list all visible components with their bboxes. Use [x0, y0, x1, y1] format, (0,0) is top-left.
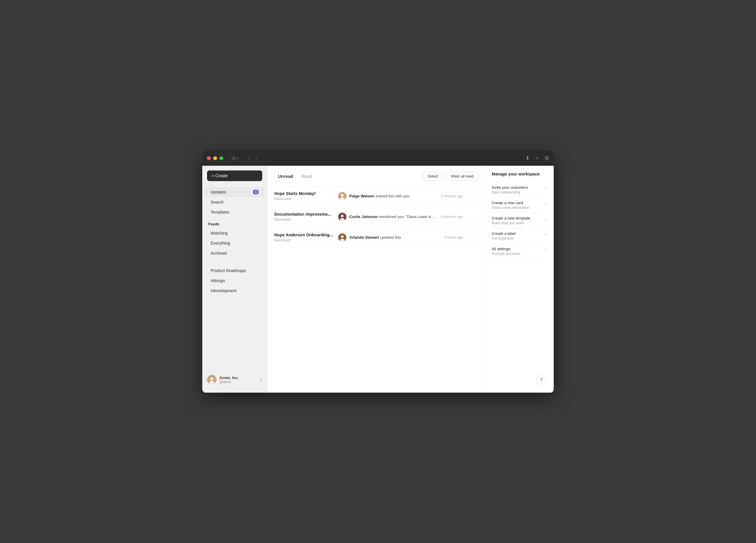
- notif-actor-3: Orlando Stewart: [349, 235, 379, 239]
- notif-text-2: Curtis Johnson mentioned you: "Dana Lewi…: [349, 214, 435, 219]
- tab-unread[interactable]: Unread: [274, 172, 297, 180]
- notif-action-2: mentioned you: "Dana Lewis is ...: [379, 214, 436, 219]
- sidebar-toggle-button[interactable]: ⊡ ▾: [230, 154, 240, 162]
- manage-item-create-card-label: Create a new card: [492, 200, 541, 205]
- manage-item-create-card-text: Create a new card Share some information: [492, 200, 541, 210]
- right-panel: Manage your workspace Invite your cowork…: [486, 166, 554, 393]
- notif-body-3: Orlando Stewart updated this: [338, 233, 440, 242]
- notif-title-1: Hope Starts Monday!: [274, 191, 333, 196]
- fullscreen-button[interactable]: [219, 156, 223, 160]
- manage-item-create-card[interactable]: Create a new card Share some information…: [492, 198, 548, 213]
- share-button[interactable]: ⬆: [525, 155, 530, 161]
- notif-avatar-3: [338, 233, 346, 242]
- tab-bar: Unread Read: [274, 172, 316, 180]
- help-button[interactable]: ?: [536, 375, 547, 386]
- notif-title-3: Hope Anderson Onboarding...: [274, 232, 333, 237]
- sidebar-item-archived[interactable]: Archived: [205, 248, 265, 258]
- manage-item-invite-text: Invite your coworkers Start collaboratin…: [492, 185, 541, 194]
- sidebar-item-product-roadmaps[interactable]: Product Roadmaps: [205, 266, 265, 276]
- everything-label: Everything: [211, 241, 230, 245]
- svg-point-10: [341, 235, 344, 238]
- sidebar-item-updates[interactable]: Updates 3: [205, 187, 265, 197]
- notif-more-2[interactable]: ···: [468, 213, 478, 221]
- notif-time-2: 9 minutes ago: [441, 215, 463, 219]
- manage-item-create-label[interactable]: Create a label Get organized →: [492, 228, 548, 244]
- notif-action-3: updated this: [380, 235, 401, 239]
- svg-point-4: [341, 194, 344, 196]
- notif-time-1: 3 minutes ago: [441, 194, 463, 198]
- notif-item-2[interactable]: Documentation Improveme... Document: [274, 206, 478, 227]
- manage-item-create-card-sub: Share some information: [492, 205, 541, 210]
- grid-view-button[interactable]: ⊞: [545, 155, 549, 161]
- arrow-icon-create-template: →: [544, 216, 548, 221]
- manage-item-all-settings-sub: Account and team: [492, 252, 541, 256]
- mark-all-read-button[interactable]: Mark all read: [446, 172, 478, 181]
- sidebar: + Create Updates 3 Search Templates Feed…: [202, 166, 267, 393]
- expand-icon: ∧: [259, 377, 262, 382]
- arrow-icon-create-card: →: [544, 200, 548, 206]
- design-label: #design: [211, 278, 225, 283]
- manage-item-create-template-label: Create a new template: [492, 216, 541, 220]
- manage-item-invite-sub: Start collaborating: [492, 190, 541, 194]
- sidebar-item-watching[interactable]: Watching: [205, 228, 265, 238]
- sidebar-icon: ⊡: [232, 155, 235, 161]
- archived-label: Archived: [211, 251, 227, 255]
- minimize-button[interactable]: [213, 156, 217, 160]
- sidebar-item-development[interactable]: #development: [205, 286, 265, 296]
- arrow-icon-invite: →: [544, 185, 548, 190]
- sidebar-item-templates[interactable]: Templates: [205, 207, 265, 217]
- notif-time-3: 6 hours ago: [444, 235, 463, 239]
- titlebar-right: ⬆ ＋ ⊞: [525, 154, 549, 162]
- notif-type-1: Discussion: [274, 197, 333, 201]
- notif-item-3[interactable]: Hope Anderson Onboarding... Document: [274, 227, 478, 248]
- manage-item-create-template-sub: Build what you need: [492, 221, 541, 225]
- add-button[interactable]: ＋: [535, 154, 540, 162]
- notif-info-2: Documentation Improveme... Document: [274, 212, 333, 221]
- manage-item-all-settings-label: All settings: [492, 247, 541, 251]
- notification-list: Hope Starts Monday! Discussion P: [267, 186, 485, 393]
- updates-badge: 3: [253, 190, 259, 194]
- sidebar-footer[interactable]: Acme, Inc. @dana ∧: [202, 371, 267, 388]
- sidebar-toggle-group: ⊡ ▾: [230, 154, 240, 162]
- feeds-section-title: Feeds: [202, 218, 267, 228]
- arrow-icon-create-label: →: [544, 231, 548, 236]
- manage-item-create-template-text: Create a new template Build what you nee…: [492, 216, 541, 225]
- arrow-icon-all-settings: →: [544, 247, 548, 252]
- forward-button[interactable]: ›: [254, 154, 259, 162]
- product-roadmaps-label: Product Roadmaps: [211, 268, 246, 273]
- sidebar-item-updates-label: Updates: [211, 190, 226, 194]
- tab-read[interactable]: Read: [298, 172, 316, 180]
- notif-text-3: Orlando Stewart updated this: [349, 235, 401, 239]
- user-profile: Acme, Inc. @dana: [207, 375, 239, 384]
- notif-info-1: Hope Starts Monday! Discussion: [274, 191, 333, 201]
- watching-label: Watching: [211, 231, 228, 235]
- notif-action-1: shared this with you: [375, 194, 409, 198]
- user-name: Acme, Inc.: [219, 376, 239, 380]
- sidebar-item-design[interactable]: #design: [205, 276, 265, 286]
- close-button[interactable]: [207, 156, 211, 160]
- manage-item-create-template[interactable]: Create a new template Build what you nee…: [492, 213, 548, 228]
- create-button[interactable]: + Create: [207, 170, 262, 181]
- back-button[interactable]: ‹: [247, 154, 252, 162]
- navigation-controls: ‹ ›: [247, 154, 259, 162]
- select-button[interactable]: Select: [423, 172, 443, 181]
- notif-more-1[interactable]: ···: [468, 192, 478, 200]
- notif-title-2: Documentation Improveme...: [274, 212, 333, 216]
- notif-type-2: Document: [274, 217, 333, 221]
- manage-item-all-settings[interactable]: All settings Account and team →: [492, 244, 548, 259]
- right-panel-title: Manage your workspace: [492, 172, 548, 176]
- sidebar-item-everything[interactable]: Everything: [205, 238, 265, 248]
- notif-text-1: Paige Watson shared this with you: [349, 194, 409, 198]
- notif-more-3[interactable]: ···: [468, 234, 478, 241]
- notif-item-1[interactable]: Hope Starts Monday! Discussion P: [274, 186, 478, 206]
- sidebar-item-templates-label: Templates: [211, 210, 229, 214]
- sidebar-item-search[interactable]: Search: [205, 197, 265, 207]
- svg-point-7: [341, 214, 344, 217]
- manage-item-all-settings-text: All settings Account and team: [492, 247, 541, 256]
- manage-item-create-label-label: Create a label: [492, 231, 541, 236]
- center-actions: Select Mark all read: [423, 172, 478, 181]
- manage-item-invite[interactable]: Invite your coworkers Start collaboratin…: [492, 182, 548, 198]
- traffic-lights: [207, 156, 223, 160]
- notif-body-1: Paige Watson shared this with you: [338, 192, 436, 200]
- development-label: #development: [211, 288, 237, 293]
